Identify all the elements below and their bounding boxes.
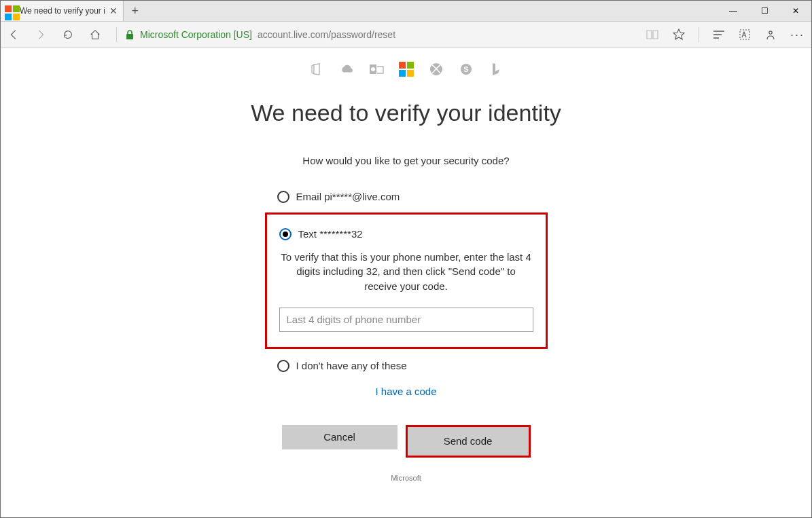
address-bar[interactable]: Microsoft Corporation [US] account.live.… <box>113 27 633 42</box>
tab-title: We need to verify your i <box>20 6 105 16</box>
home-icon[interactable] <box>89 29 101 41</box>
nav-icons <box>7 29 101 41</box>
svg-point-4 <box>371 67 375 71</box>
radio-icon <box>277 360 289 372</box>
radio-selected-icon <box>279 228 292 240</box>
forward-icon[interactable] <box>35 29 47 41</box>
close-window-button[interactable]: ✕ <box>780 1 811 21</box>
favicon-icon <box>5 5 16 16</box>
cancel-button[interactable]: Cancel <box>282 425 398 449</box>
browser-window: We need to verify your i ✕ + — ☐ ✕ <box>0 0 812 518</box>
more-icon[interactable]: ··· <box>790 28 805 42</box>
window-controls: — ☐ ✕ <box>718 1 811 21</box>
back-icon[interactable] <box>7 29 20 41</box>
option-email[interactable]: Email pi*****@live.com <box>277 187 535 207</box>
office-icon <box>309 62 324 77</box>
lock-icon <box>125 29 135 40</box>
phone-last4-input[interactable] <box>279 308 533 332</box>
titlebar: We need to verify your i ✕ + — ☐ ✕ <box>1 1 811 21</box>
minimize-button[interactable]: — <box>718 1 749 21</box>
notes-icon[interactable] <box>739 29 751 41</box>
hub-icon[interactable] <box>713 30 725 39</box>
xbox-icon <box>429 62 444 77</box>
security-prompt: How would you like to get your security … <box>223 155 590 166</box>
svg-rect-0 <box>126 34 133 39</box>
page-content: S We need to verify your identity How wo… <box>1 48 811 517</box>
refresh-icon[interactable] <box>62 29 74 41</box>
skype-icon: S <box>459 62 474 77</box>
option-none-label: I don't have any of these <box>296 360 407 371</box>
new-tab-button[interactable]: + <box>124 1 147 21</box>
send-code-button[interactable]: Send code <box>410 430 526 453</box>
brand-bar: S <box>223 62 590 77</box>
favorite-star-icon[interactable] <box>673 29 685 41</box>
svg-text:S: S <box>463 65 468 73</box>
have-code-link[interactable]: I have a code <box>375 386 436 397</box>
svg-point-2 <box>769 31 772 34</box>
tab-close-icon[interactable]: ✕ <box>109 5 118 16</box>
maximize-button[interactable]: ☐ <box>749 1 780 21</box>
button-row: Cancel Send code <box>277 425 535 458</box>
option-text-label: Text ********32 <box>298 228 363 240</box>
highlight-option-text: Text ********32 To verify that this is y… <box>265 212 548 349</box>
reading-view-icon[interactable] <box>646 29 659 40</box>
option-email-label: Email pi*****@live.com <box>296 191 400 202</box>
browser-tab[interactable]: We need to verify your i ✕ <box>1 1 124 21</box>
option-none[interactable]: I don't have any of these <box>277 356 535 376</box>
separator <box>116 27 117 42</box>
microsoft-logo-icon <box>399 62 414 77</box>
right-toolbar-icons: ··· <box>646 27 805 42</box>
radio-icon <box>277 191 289 203</box>
options-group: Email pi*****@live.com Text ********32 T… <box>277 187 535 482</box>
footer-microsoft-label: Microsoft <box>277 474 535 482</box>
url-text: account.live.com/password/reset <box>258 29 395 40</box>
outlook-icon <box>369 62 384 77</box>
onedrive-icon <box>339 62 354 77</box>
share-icon[interactable] <box>764 29 777 41</box>
option-text-description: To verify that this is your phone number… <box>279 250 533 294</box>
toolbar: Microsoft Corporation [US] account.live.… <box>1 21 811 48</box>
separator <box>699 27 699 42</box>
send-code-highlight: Send code <box>406 425 531 458</box>
option-text[interactable]: Text ********32 <box>279 224 533 250</box>
bing-icon <box>489 62 504 77</box>
security-org-label: Microsoft Corporation [US] <box>140 29 252 40</box>
page-heading: We need to verify your identity <box>223 98 590 128</box>
